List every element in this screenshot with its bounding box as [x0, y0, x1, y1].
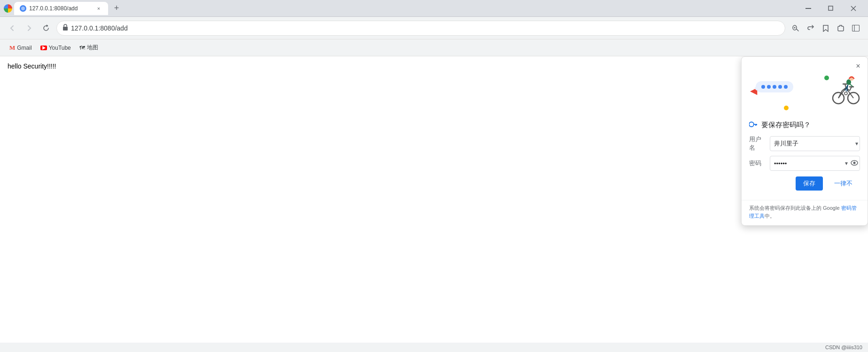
- password-save-dialog: × ◀: [741, 56, 868, 226]
- svg-rect-1: [805, 8, 811, 9]
- toolbar-actions: [789, 22, 862, 35]
- page-content: hello Security!!!!! × ◀: [0, 56, 868, 343]
- refresh-button[interactable]: [39, 22, 53, 35]
- dialog-title: 要保存密码吗？: [761, 121, 811, 130]
- footer-text-before: 系统会将密码保存到此设备上的 Google: [749, 205, 841, 211]
- svg-point-0: [21, 7, 25, 10]
- key-icon: [749, 121, 758, 130]
- username-row: 用户名 ▾: [749, 135, 860, 152]
- page-text: hello Security!!!!!: [8, 62, 56, 70]
- browser-window: 127.0.0.1:8080/add × +: [0, 0, 868, 352]
- footer-text-after: 中。: [765, 213, 775, 219]
- bubble-dot-4: [778, 85, 782, 89]
- yellow-dot-decoration: [784, 106, 789, 110]
- title-bar: 127.0.0.1:8080/add × +: [0, 0, 868, 17]
- minimize-button[interactable]: [798, 0, 819, 17]
- tab-favicon: [20, 5, 26, 12]
- bubble-dot-1: [761, 85, 765, 89]
- tab-close-button[interactable]: ×: [95, 5, 102, 12]
- dialog-body: 要保存密码吗？ 用户名 ▾ 密码 ▾: [742, 119, 868, 200]
- page-body: hello Security!!!!!: [0, 56, 868, 76]
- gmail-icon: M: [9, 44, 15, 52]
- password-label: 密码: [749, 159, 766, 168]
- back-button[interactable]: [6, 22, 19, 35]
- extension-button[interactable]: [834, 22, 847, 35]
- tab-bar: 127.0.0.1:8080/add × +: [14, 2, 796, 15]
- username-dropdown-button[interactable]: ▾: [855, 140, 858, 147]
- username-input-wrap: ▾: [770, 136, 860, 151]
- youtube-icon: [40, 46, 47, 50]
- bookmark-youtube[interactable]: YouTube: [37, 43, 75, 53]
- url-bar[interactable]: 127.0.0.1:8080/add: [56, 21, 785, 36]
- dialog-title-row: 要保存密码吗？: [749, 121, 860, 130]
- active-tab[interactable]: 127.0.0.1:8080/add ×: [14, 2, 108, 15]
- forward-button[interactable]: [23, 22, 36, 35]
- svg-point-22: [845, 92, 847, 95]
- green-dot-decoration: [824, 76, 829, 80]
- username-label: 用户名: [749, 135, 766, 152]
- status-bar: CSDN @iiiis310: [0, 343, 868, 352]
- svg-rect-5: [63, 27, 68, 31]
- gmail-label: Gmail: [17, 45, 31, 51]
- share-button[interactable]: [804, 22, 817, 35]
- bubble-dot-5: [784, 85, 788, 89]
- bookmarks-bar: M Gmail YouTube 🗺 地图: [0, 39, 868, 56]
- svg-point-28: [749, 122, 754, 127]
- svg-point-8: [794, 27, 796, 28]
- svg-line-7: [797, 29, 799, 31]
- password-row: 密码 ▾: [749, 156, 860, 171]
- bookmark-gmail[interactable]: M Gmail: [6, 42, 36, 54]
- maps-icon: 🗺: [79, 45, 85, 51]
- svg-rect-9: [852, 25, 860, 31]
- chrome-logo-icon: [4, 4, 12, 13]
- new-tab-button[interactable]: +: [110, 2, 123, 15]
- window-controls-left: [4, 4, 12, 13]
- dialog-close-button[interactable]: ×: [852, 61, 864, 72]
- password-input-wrap: ▾: [770, 156, 860, 171]
- address-bar: 127.0.0.1:8080/add: [0, 17, 868, 39]
- dialog-illustration: ◀: [742, 72, 868, 119]
- save-password-button[interactable]: 保存: [796, 176, 823, 191]
- password-dropdown-button[interactable]: ▾: [845, 160, 848, 167]
- close-button[interactable]: [843, 0, 864, 17]
- password-manager-button[interactable]: [789, 22, 802, 35]
- cyclist-illustration: [832, 74, 860, 112]
- restore-button[interactable]: [820, 0, 842, 17]
- sidebar-button[interactable]: [849, 22, 862, 35]
- maps-label: 地图: [87, 44, 98, 52]
- youtube-label: YouTube: [49, 45, 71, 51]
- bookmark-maps[interactable]: 🗺 地图: [76, 42, 102, 54]
- svg-rect-2: [829, 6, 833, 10]
- never-save-button[interactable]: 一律不: [827, 176, 860, 191]
- password-toggle-visibility-button[interactable]: [851, 160, 858, 167]
- bubble-dot-3: [773, 85, 776, 89]
- dialog-actions: 保存 一律不: [749, 176, 860, 191]
- tab-title: 127.0.0.1:8080/add: [29, 5, 92, 12]
- bookmark-button[interactable]: [819, 22, 832, 35]
- username-input[interactable]: [770, 136, 860, 151]
- bubble-dot-2: [767, 85, 771, 89]
- chat-bubble: [756, 81, 793, 92]
- window-controls-right: [798, 0, 864, 17]
- lock-icon: [63, 24, 68, 32]
- watermark-text: CSDN @iiiis310: [825, 344, 862, 350]
- dialog-header: ×: [742, 57, 868, 72]
- dialog-footer: 系统会将密码保存到此设备上的 Google 密码管理工具中。: [742, 200, 868, 225]
- svg-point-33: [853, 162, 856, 164]
- url-text: 127.0.0.1:8080/add: [71, 24, 779, 32]
